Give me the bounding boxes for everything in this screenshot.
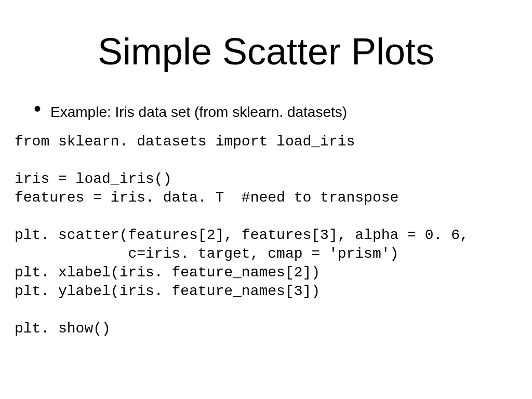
bullet-item: • Example: Iris data set (from sklearn. …: [34, 101, 347, 121]
code-block: from sklearn. datasets import load_iris …: [15, 132, 469, 338]
slide-title: Simple Scatter Plots: [0, 30, 532, 73]
bullet-text: Example: Iris data set (from sklearn. da…: [50, 103, 347, 121]
slide: Simple Scatter Plots • Example: Iris dat…: [0, 0, 532, 399]
bullet-dot-icon: •: [34, 101, 41, 116]
